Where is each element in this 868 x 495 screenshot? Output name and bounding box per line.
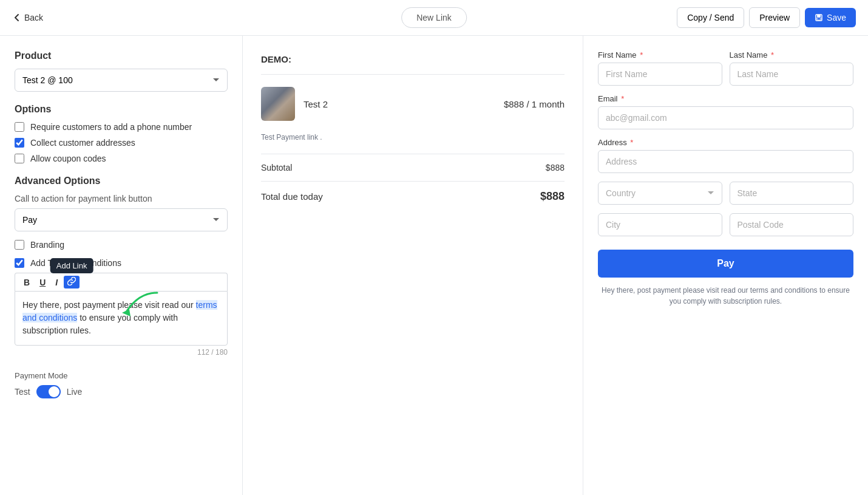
product-select[interactable]: Test 2 @ 100	[15, 69, 228, 92]
address-group: Address *	[598, 138, 853, 173]
option-phone-row[interactable]: Require customers to add a phone number	[15, 122, 228, 132]
terms-label: Add Terms & Conditions	[30, 258, 121, 268]
middle-panel: DEMO: Test 2 $888 / 1 month Test Payment…	[243, 36, 583, 495]
total-label: Total due today	[261, 191, 323, 202]
terms-checkbox[interactable]	[15, 258, 24, 268]
city-group	[598, 213, 722, 236]
link-icon	[67, 277, 76, 285]
product-section-title: Product	[15, 50, 228, 61]
city-postal-row	[598, 213, 853, 236]
terms-note: Hey there, post payment please visit rea…	[598, 285, 853, 307]
first-name-required: *	[640, 50, 643, 60]
state-input[interactable]	[730, 182, 854, 205]
payment-mode-toggle[interactable]	[36, 385, 61, 398]
payment-mode-row: Test Live	[15, 385, 228, 398]
last-name-input[interactable]	[730, 63, 854, 86]
product-name: Test 2	[303, 99, 328, 109]
product-image	[261, 87, 295, 121]
email-label: Email *	[598, 94, 853, 103]
first-name-label: First Name *	[598, 50, 722, 60]
main-layout: Product Test 2 @ 100 Options Require cus…	[0, 36, 868, 495]
svg-rect-2	[817, 18, 821, 20]
option-phone-checkbox[interactable]	[15, 122, 24, 132]
email-input[interactable]	[598, 106, 853, 129]
cta-label-text: Call to action for payment link button	[15, 194, 228, 203]
test-mode-label: Test	[15, 387, 30, 397]
save-label: Save	[827, 13, 846, 22]
address-label: Address *	[598, 138, 853, 147]
back-button[interactable]: Back	[12, 13, 43, 22]
branding-checkbox[interactable]	[15, 240, 24, 250]
option-phone-label: Require customers to add a phone number	[30, 122, 192, 132]
char-count: 112 / 180	[15, 348, 228, 357]
name-row: First Name * Last Name *	[598, 50, 853, 86]
pay-button[interactable]: Pay	[598, 250, 853, 278]
country-state-row: Country	[598, 182, 853, 205]
back-icon	[12, 13, 22, 22]
toggle-knob	[49, 386, 59, 397]
payment-mode-label: Payment Mode	[15, 371, 228, 380]
first-name-group: First Name *	[598, 50, 722, 86]
email-required: *	[621, 94, 624, 103]
editor-container: B U I Add Link Hey there, post payment p…	[15, 273, 228, 357]
toolbar-bold-button[interactable]: B	[20, 276, 33, 288]
postal-input[interactable]	[730, 213, 854, 236]
save-icon	[815, 13, 823, 22]
editor-plain-text: Hey there, post payment please visit rea…	[22, 300, 196, 310]
copy-send-button[interactable]: Copy / Send	[677, 7, 744, 28]
header-left: Back	[12, 13, 43, 22]
option-coupon-row[interactable]: Allow coupon codes	[15, 154, 228, 163]
last-name-label: Last Name *	[730, 50, 854, 60]
option-address-label: Collect customer addresses	[30, 138, 135, 148]
left-panel: Product Test 2 @ 100 Options Require cus…	[0, 36, 243, 495]
toolbar-link-button[interactable]	[64, 276, 80, 288]
total-row: Total due today $888	[261, 181, 565, 211]
new-link-button[interactable]: New Link	[401, 7, 467, 28]
advanced-options-section: Advanced Options Call to action for paym…	[15, 176, 228, 357]
toolbar-underline-button[interactable]: U	[36, 276, 49, 288]
editor-area[interactable]: Hey there, post payment please visit rea…	[15, 291, 228, 346]
product-row: Test 2 $888 / 1 month	[261, 87, 565, 121]
country-select[interactable]: Country	[598, 182, 722, 205]
option-coupon-checkbox[interactable]	[15, 154, 24, 163]
options-section: Options Require customers to add a phone…	[15, 104, 228, 163]
country-group: Country	[598, 182, 722, 205]
header-right: Copy / Send Preview Save	[677, 7, 856, 28]
product-price: $888 / 1 month	[504, 99, 565, 109]
branding-label: Branding	[30, 240, 64, 250]
state-group	[730, 182, 854, 205]
payment-mode-section: Payment Mode Test Live	[15, 371, 228, 398]
header: Back New Link Copy / Send Preview Save	[0, 0, 868, 36]
address-input[interactable]	[598, 150, 853, 173]
right-panel: First Name * Last Name * Email *	[583, 36, 868, 495]
branding-row[interactable]: Branding	[15, 240, 228, 250]
editor-toolbar: B U I Add Link	[15, 273, 228, 291]
test-payment-text: Test Payment link .	[261, 133, 565, 142]
cta-select[interactable]: Pay	[15, 208, 228, 231]
subtotal-row: Subtotal $888	[261, 154, 565, 181]
back-label: Back	[24, 13, 43, 22]
live-mode-label: Live	[67, 387, 83, 397]
last-name-group: Last Name *	[730, 50, 854, 86]
product-thumbnail	[261, 87, 295, 121]
city-input[interactable]	[598, 213, 722, 236]
subtotal-label: Subtotal	[261, 163, 292, 172]
address-required: *	[630, 138, 633, 147]
preview-button[interactable]: Preview	[749, 7, 800, 28]
toolbar-italic-button[interactable]: I	[52, 276, 61, 288]
terms-row[interactable]: Add Terms & Conditions	[15, 258, 228, 268]
advanced-options-title: Advanced Options	[15, 176, 228, 186]
postal-group	[730, 213, 854, 236]
subtotal-value: $888	[546, 163, 565, 172]
option-coupon-label: Allow coupon codes	[30, 154, 106, 163]
option-address-row[interactable]: Collect customer addresses	[15, 138, 228, 148]
demo-label: DEMO:	[261, 54, 565, 64]
top-divider	[261, 74, 565, 75]
email-group: Email *	[598, 94, 853, 129]
first-name-input[interactable]	[598, 63, 722, 86]
header-center: New Link	[401, 7, 467, 28]
option-address-checkbox[interactable]	[15, 138, 24, 148]
save-button[interactable]: Save	[805, 8, 856, 27]
last-name-required: *	[771, 50, 774, 60]
link-tooltip-container: Add Link	[64, 276, 80, 288]
